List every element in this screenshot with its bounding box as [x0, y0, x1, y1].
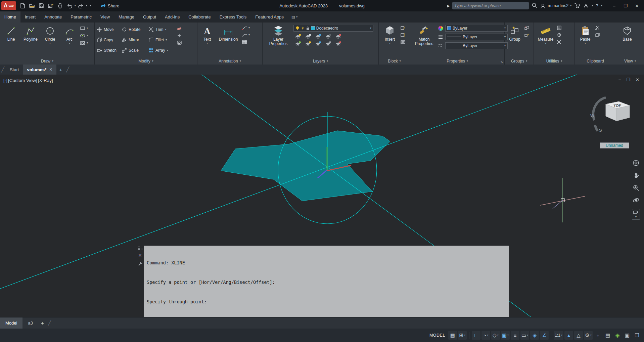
array-button[interactable]: Array▾ [148, 48, 175, 53]
viewport-visual-style-control[interactable]: [X-Ray] [38, 78, 53, 83]
tab-add-ins[interactable]: Add-ins [160, 11, 184, 23]
tab-manage[interactable]: Manage [114, 11, 139, 23]
command-customize-wrench-icon[interactable] [138, 261, 143, 266]
workspace-switching[interactable]: ⚙▾ [584, 331, 593, 340]
layer-properties-button[interactable]: Layer Properties [265, 24, 292, 46]
maximize-button[interactable]: ❐ [620, 0, 631, 11]
table-button[interactable] [242, 40, 250, 44]
polyline-button[interactable]: Polyline [21, 24, 40, 42]
close-button[interactable]: ✕ [631, 0, 643, 11]
plot-button[interactable] [56, 1, 64, 10]
tab-express-tools[interactable]: Express Tools [215, 11, 251, 23]
tab-featured-apps[interactable]: Featured Apps [251, 11, 288, 23]
object-isolate-button[interactable]: + [594, 331, 602, 340]
tab-output[interactable]: Output [139, 11, 160, 23]
erase-button[interactable] [177, 26, 182, 31]
autodesk-caret-icon[interactable]: ▾ [592, 4, 593, 7]
close-tab-icon[interactable]: ✕ [49, 67, 52, 72]
linetype-dropdown[interactable]: ByLayer ▾ [445, 42, 508, 49]
panel-label-clipboard[interactable]: Clipboard [575, 57, 616, 65]
graphics-performance-button[interactable]: ◉ [613, 331, 622, 340]
autoscale-toggle[interactable]: △ [574, 331, 583, 340]
block-attributes-button[interactable] [400, 40, 406, 44]
base-button[interactable]: Base [618, 24, 636, 42]
layer-dropdown[interactable]: ☀ Dodecaedro ▾ [293, 25, 373, 32]
ellipse-flyout-button[interactable]: ▾ [80, 33, 88, 38]
panel-label-groups[interactable]: Groups▾ [505, 57, 534, 65]
new-drawing-tab-button[interactable]: + [56, 65, 65, 75]
viewport-view-control[interactable]: [Custom View] [8, 78, 37, 83]
full-navigation-wheel-button[interactable] [632, 159, 640, 167]
cut-button[interactable] [595, 26, 600, 30]
pan-button[interactable] [632, 172, 640, 179]
command-close-icon[interactable]: ✕ [138, 253, 142, 258]
panel-label-block[interactable]: Block▾ [379, 57, 410, 65]
autocad-logo[interactable]: A CAD [1, 1, 16, 10]
layer-match-button[interactable] [304, 41, 312, 46]
copy-clip-button[interactable] [595, 33, 600, 37]
rotate-button[interactable]: Rotate [122, 27, 148, 32]
new-file-button[interactable] [18, 1, 27, 10]
layout-tab-a3[interactable]: a3 [22, 317, 38, 329]
annotation-visibility-toggle[interactable]: ▲ [564, 331, 573, 340]
layer-make-current-button[interactable] [294, 41, 302, 46]
panel-label-modify[interactable]: Modify▾ [95, 57, 197, 65]
annotation-scale-control[interactable]: 1:1▾ [554, 331, 563, 340]
minimize-button[interactable]: – [608, 0, 620, 11]
file-tab-volumes[interactable]: volumes* ✕ [23, 65, 57, 75]
point-style-button[interactable] [557, 40, 562, 44]
object-color-dropdown[interactable]: ByLayer ▾ [445, 25, 508, 32]
ortho-toggle[interactable]: ∟ [472, 331, 480, 340]
named-view-chip[interactable]: Unnamed [600, 142, 629, 148]
match-properties-button[interactable]: Match Properties [412, 24, 436, 46]
layer-state-button[interactable] [334, 41, 342, 46]
panel-label-properties[interactable]: Properties▾ [410, 57, 504, 65]
stretch-button[interactable]: Stretch [97, 48, 121, 53]
panel-label-view[interactable]: View▾ [616, 57, 644, 65]
hatch-flyout-button[interactable]: ▾ [80, 40, 88, 45]
write-block-button[interactable] [400, 33, 406, 37]
search-button[interactable] [532, 2, 537, 9]
drawing-area[interactable]: [-] [Custom View] [X-Ray] − ❐ ✕ W S TOP [0, 75, 644, 317]
command-history[interactable]: Command: XLINE Specify a point or [Hor/V… [144, 246, 509, 317]
redo-caret-icon[interactable]: ▾ [86, 4, 87, 7]
undo-caret-icon[interactable]: ▾ [75, 4, 76, 7]
tab-home[interactable]: Home [0, 11, 20, 23]
object-snap-toggle[interactable]: ▣▾ [501, 331, 510, 340]
line-button[interactable]: Line [2, 24, 20, 42]
group-button[interactable]: Group [507, 24, 523, 42]
create-block-button[interactable] [400, 26, 406, 30]
move-button[interactable]: Move [97, 27, 121, 32]
orbit-button[interactable] [632, 197, 640, 204]
text-button[interactable]: A Text ▾ [199, 24, 215, 45]
save-as-button[interactable] [46, 1, 55, 10]
trim-button[interactable]: Trim▾ [148, 27, 175, 32]
layer-previous-button[interactable] [314, 41, 322, 46]
fillet-button[interactable]: Fillet▾ [148, 37, 175, 43]
rectangle-flyout-button[interactable]: ▾ [80, 26, 88, 31]
panel-label-draw[interactable]: Draw▾ [0, 57, 94, 65]
insert-button[interactable]: Insert ▾ [381, 24, 399, 45]
search-type-arrow-icon[interactable]: ▶ [447, 4, 450, 8]
share-button[interactable]: Share [100, 3, 120, 8]
help-button[interactable]: ? [596, 3, 598, 8]
viewport-minimize-icon[interactable]: − [618, 77, 621, 82]
undo-button[interactable] [65, 1, 74, 10]
panel-label-utilities[interactable]: Utilities▾ [534, 57, 574, 65]
security-tray-button[interactable]: ▣ [623, 331, 632, 340]
offset-button[interactable] [177, 40, 182, 45]
scale-button[interactable]: Scale [122, 48, 148, 53]
dynamic-ucs-toggle[interactable]: ∠ [540, 331, 549, 340]
open-file-button[interactable] [28, 1, 36, 10]
drag-handle-icon[interactable] [138, 246, 142, 250]
tab-annotate[interactable]: Annotate [40, 11, 66, 23]
layer-isolate-button[interactable] [294, 34, 302, 39]
save-button[interactable] [37, 1, 46, 10]
help-caret-icon[interactable]: ▾ [601, 4, 602, 7]
mleader-button[interactable]: ▾ [242, 33, 250, 37]
command-window-grip[interactable]: ✕ [136, 246, 144, 316]
model-space-toggle[interactable]: MODEL [429, 333, 445, 338]
layer-unisolate-button[interactable] [304, 34, 312, 39]
panel-label-layers[interactable]: Layers▾ [263, 57, 378, 65]
viewport-minimize-control[interactable]: [-] [3, 78, 7, 83]
